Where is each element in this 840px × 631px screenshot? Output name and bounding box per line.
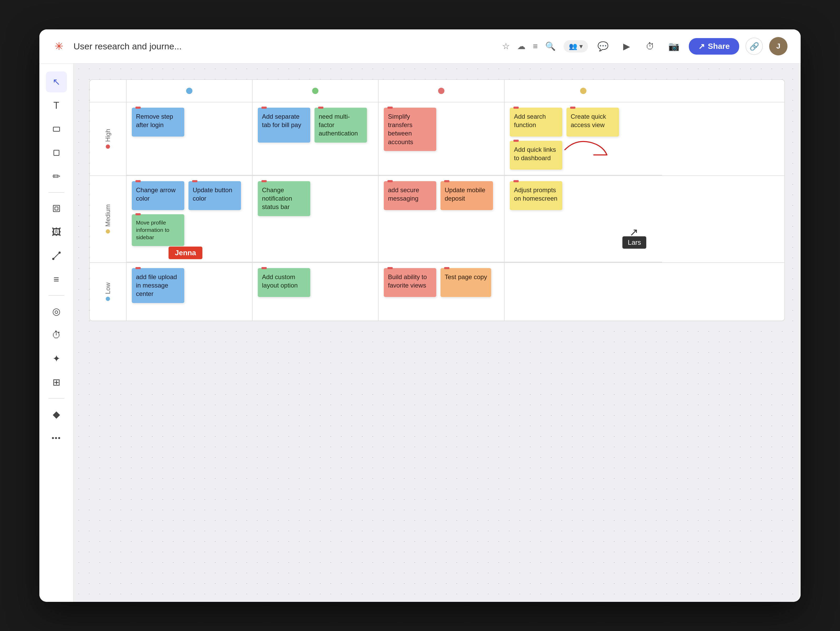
sticky-secure-messaging[interactable]: add secure messaging	[384, 181, 436, 210]
video-icon[interactable]: 📷	[665, 38, 682, 55]
svg-rect-1	[54, 150, 59, 155]
sticky-update-button[interactable]: Update button color	[188, 181, 241, 210]
row-low: Low add file upload in message center Ad…	[90, 263, 784, 321]
sticky-test-page-copy[interactable]: Test page copy	[441, 268, 491, 297]
cell-medium-4: Adjust prompts on homescreen Lars ↗	[505, 176, 662, 263]
sticky-add-search[interactable]: Add search function	[510, 108, 562, 136]
tool-rectangle-outline[interactable]	[46, 119, 67, 140]
row-label-medium: Medium	[90, 176, 126, 263]
row-label-text-low: Low	[104, 283, 112, 301]
tool-pen[interactable]: ✏	[46, 166, 67, 187]
share-label: Share	[708, 42, 730, 51]
tool-timer[interactable]: ⏱	[46, 324, 67, 346]
board: High Remove step after login Add separat…	[89, 79, 785, 321]
row-label-high: High	[90, 103, 126, 176]
sticky-multi-factor[interactable]: need multi-factor authentication	[314, 108, 367, 142]
chat-icon[interactable]: 💬	[594, 38, 612, 55]
tool-templates[interactable]: ◎	[46, 301, 67, 322]
tool-connector[interactable]	[46, 245, 67, 266]
cell-low-3: Build ability to favorite views Test pag…	[379, 263, 505, 321]
jenna-label: Jenna	[169, 247, 202, 259]
present-icon[interactable]: ▶	[618, 38, 635, 55]
document-title: User research and journe...	[74, 41, 494, 51]
row-dot-high	[106, 144, 110, 149]
svg-point-4	[52, 258, 54, 260]
header-col-3	[379, 80, 505, 102]
tool-square-outline[interactable]	[46, 142, 67, 163]
sticky-custom-layout[interactable]: Add custom layout option	[258, 268, 310, 297]
cell-low-2: Add custom layout option	[253, 263, 379, 321]
sticky-file-upload[interactable]: add file upload in message center	[132, 268, 184, 303]
header-col-2	[253, 80, 379, 102]
sticky-change-arrow[interactable]: Change arrow color	[132, 181, 184, 210]
sidebar: ↖ T ✏ 🖼	[39, 63, 74, 602]
board-header	[90, 80, 784, 103]
sticky-simplify-transfers[interactable]: Simplify transfers between accounts	[384, 108, 436, 151]
divider-3	[49, 398, 64, 399]
cell-low-1: add file upload in message center	[126, 263, 253, 321]
cell-high-2: Add separate tab for bill pay need multi…	[253, 103, 379, 176]
lars-tooltip: Lars	[622, 236, 646, 249]
row-dot-medium	[106, 229, 110, 234]
share-icon: ↗	[698, 42, 705, 51]
share-button[interactable]: ↗ Share	[689, 38, 739, 55]
sticky-remove-step[interactable]: Remove step after login	[132, 108, 184, 136]
search-icon[interactable]: 🔍	[545, 41, 556, 51]
cursor-icon: ↗	[630, 226, 638, 238]
col-dot-2	[312, 88, 318, 94]
chevron-down-icon: ▾	[579, 42, 583, 51]
col-dot-3	[438, 88, 444, 94]
cell-high-1: Remove step after login	[126, 103, 253, 176]
tool-select[interactable]: ↖	[46, 71, 67, 92]
header-col-4	[505, 80, 662, 102]
tool-image[interactable]: 🖼	[46, 221, 67, 243]
tool-diamond[interactable]: ◆	[46, 404, 67, 425]
divider	[49, 192, 64, 193]
cell-medium-3: add secure messaging Update mobile depos…	[379, 176, 505, 263]
cell-high-4: Add search function Create quick access …	[505, 103, 662, 176]
tool-text[interactable]: T	[46, 95, 67, 116]
cell-medium-1: Change arrow color Update button color M…	[126, 176, 253, 263]
canvas-area[interactable]: High Remove step after login Add separat…	[74, 63, 801, 602]
row-label-low: Low	[90, 263, 126, 321]
cell-low-4	[505, 263, 662, 321]
divider-2	[49, 295, 64, 296]
avatar[interactable]: J	[769, 37, 788, 55]
tool-more[interactable]: •••	[46, 427, 67, 449]
app-logo-icon: ✳	[52, 40, 66, 53]
sticky-create-quick-access[interactable]: Create quick access view	[567, 108, 619, 136]
sticky-add-quick-links[interactable]: Add quick links to dashboard	[510, 141, 562, 170]
tool-grid[interactable]: ⊞	[46, 372, 67, 393]
row-label-text-high: High	[104, 129, 112, 149]
tool-frame[interactable]	[46, 198, 67, 219]
header-label-cell	[90, 80, 126, 102]
tool-sticky[interactable]: ≡	[46, 269, 67, 290]
col-dot-1	[186, 88, 193, 94]
titlebar: ✳ User research and journe... ☆ ☁ ≡ 🔍 👥 …	[39, 29, 801, 63]
sticky-add-separate-tab[interactable]: Add separate tab for bill pay	[258, 108, 310, 142]
row-dot-low	[106, 297, 110, 301]
sticky-change-notification[interactable]: Change notification status bar	[258, 181, 310, 216]
svg-rect-3	[55, 207, 58, 210]
sticky-adjust-prompts[interactable]: Adjust prompts on homescreen	[510, 181, 562, 210]
tool-people[interactable]: ✦	[46, 348, 67, 369]
sticky-move-profile[interactable]: Move profile information to sidebar	[132, 214, 184, 246]
people-icon: 👥	[569, 42, 577, 51]
cell-medium-2: Change notification status bar	[253, 176, 379, 263]
row-medium: Medium Change arrow color Update button …	[90, 176, 784, 263]
svg-rect-2	[53, 206, 60, 212]
sticky-favorite-views[interactable]: Build ability to favorite views	[384, 268, 436, 297]
svg-point-5	[59, 252, 60, 253]
scribble-decoration	[562, 134, 609, 160]
header-col-1	[126, 80, 253, 102]
titlebar-actions: ☆ ☁ ≡ 🔍	[502, 41, 556, 51]
cloud-icon[interactable]: ☁	[517, 41, 526, 51]
link-button[interactable]: 🔗	[745, 38, 763, 55]
menu-icon[interactable]: ≡	[533, 41, 538, 51]
row-label-text-medium: Medium	[104, 204, 112, 233]
collaborators-button[interactable]: 👥 ▾	[564, 40, 588, 52]
svg-rect-0	[53, 127, 60, 131]
star-icon[interactable]: ☆	[502, 41, 510, 51]
timer-icon[interactable]: ⏱	[641, 38, 659, 55]
sticky-update-mobile-deposit[interactable]: Update mobile deposit	[441, 181, 493, 210]
